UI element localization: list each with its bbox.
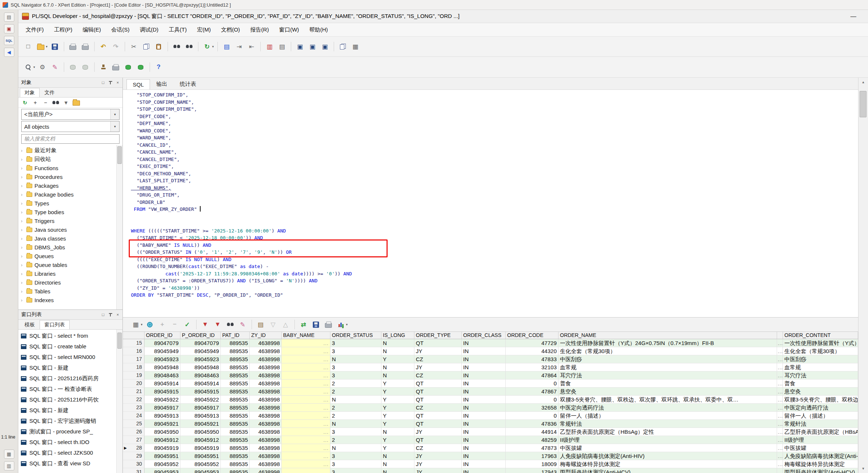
table-row[interactable]: 1789045923890459238895354638998…NYCZIN47… [123,355,858,363]
tree-item[interactable]: ›Libraries [18,269,122,278]
cell-ORDER_CLASS[interactable]: IN [462,380,506,387]
find-icon[interactable] [171,41,182,52]
cut-icon[interactable]: ✂ [128,41,139,52]
cell-PAT_ID[interactable]: 889535 [221,388,250,395]
cell-ORDER_CODE[interactable]: 0 [506,380,558,387]
tab-输出[interactable]: 输出 [150,78,173,89]
cell-ORDER_STATUS[interactable]: 3 [330,460,381,468]
cell-ZY_ID[interactable]: 4638998 [250,444,282,452]
row-number[interactable]: 20 [123,380,144,387]
cell-ORDER_CLASS[interactable]: IN [462,355,506,363]
cell-P_ORDER_ID[interactable]: 89045950 [180,428,221,436]
cell-ORDER_STATUS[interactable]: N [330,420,381,428]
cell-ORDER_ID[interactable]: 89045913 [144,412,180,419]
cell-IS_LONG[interactable]: Y [381,355,414,363]
cell-ORDER_ID[interactable]: 89045922 [144,396,180,403]
tree-item[interactable]: ›最近对象 [18,146,122,155]
outdent-icon[interactable]: ⇤ [246,41,257,52]
cell-ORDER_CODE[interactable]: 44914 [506,428,558,436]
cell-ellipsis[interactable]: … [777,468,783,473]
post-edit-icon[interactable]: ✓ [182,319,193,330]
cell-ORDER_ID[interactable]: 89045915 [144,388,180,395]
cell-ellipsis[interactable]: … [777,420,783,428]
cell-IS_LONG[interactable]: Y [381,380,414,387]
preferences-icon[interactable]: ⚙ [37,62,48,73]
cell-ellipsis[interactable]: … [777,436,783,444]
cell-ORDER_ID[interactable]: 89047079 [144,339,180,347]
tab-文件[interactable]: 文件 [40,88,59,97]
print-icon[interactable] [323,319,334,330]
cell-ORDER_CONTENT[interactable]: 乙型肝炎表面抗原测定（HBsAg）定性 [783,428,858,436]
cell-PAT_ID[interactable]: 889535 [221,404,250,411]
cell-ORDER_NAME[interactable]: 中医刮痧 [558,355,777,363]
export-icon[interactable]: ▤ [255,319,266,330]
cell-ORDER_CONTENT[interactable]: 中医刮痧 [783,355,858,363]
table-row[interactable]: 1889045948890459488895354638998…3NJYIN32… [123,363,858,371]
list-item[interactable]: SQL 窗口 - select * from [18,331,122,341]
sql-editor[interactable]: "STOP_CONFIRM_ID", "STOP_CONFIRM_NAME", … [123,90,858,317]
cell-ellipsis[interactable]: … [777,339,783,347]
cell-BABY_NAME[interactable]: … [282,388,330,395]
cell-ORDER_CODE[interactable]: 0 [506,396,558,403]
scroll-up-icon[interactable]: ▲ [858,78,868,87]
list-item[interactable]: SQL 窗口 - 新建 [18,405,122,416]
table-row[interactable]: 2989045951890459518895354638998…3NJYIN17… [123,452,858,460]
layout-icon[interactable]: ▦ [350,41,361,52]
cell-ORDER_TYPE[interactable]: JY [414,363,462,371]
tree-item[interactable]: ›Type bodies [18,208,122,216]
row-number[interactable]: 21 [123,388,144,395]
messages-panel-icon[interactable]: ▥ [4,461,14,470]
undo-icon[interactable]: ↶ [98,41,109,52]
cell-ellipsis[interactable]: … [777,380,783,387]
tree-item[interactable]: ›Functions [18,164,122,172]
cell-ORDER_CLASS[interactable]: IN [462,460,506,468]
remove-row-icon[interactable]: − [169,319,180,330]
cell-IS_LONG[interactable]: N [381,363,414,371]
cell-PAT_ID[interactable]: 889535 [221,428,250,436]
menu-item-3[interactable]: 会话(S) [106,24,135,36]
row-number[interactable]: 24 [123,412,144,419]
cell-P_ORDER_ID[interactable]: 89045951 [180,452,221,460]
cell-ORDER_CODE[interactable]: 17963 [506,452,558,460]
list-item[interactable]: SQL 窗口 - 20251216中药饮 [18,395,122,405]
cell-ORDER_TYPE[interactable]: JY [414,460,462,468]
help-icon[interactable]: ? [153,62,164,73]
tree-item[interactable]: ›Java sources [18,225,122,234]
cell-ORDER_CODE[interactable]: 18009 [506,460,558,468]
cell-ORDER_TYPE[interactable]: CZ [414,404,462,411]
print-preview-icon[interactable] [80,41,91,52]
cell-IS_LONG[interactable]: Y [381,396,414,403]
cell-ellipsis[interactable]: … [777,460,783,468]
cell-BABY_NAME[interactable]: … [282,363,330,371]
cell-ORDER_ID[interactable]: 89045948 [144,363,180,371]
column-header-ORDER_ID[interactable]: ORDER_ID [144,332,180,339]
cell-ZY_ID[interactable]: 4638998 [250,436,282,444]
cell-BABY_NAME[interactable]: … [282,460,330,468]
cell-ORDER_CLASS[interactable]: IN [462,468,506,473]
tree-item[interactable]: ›Packages [18,181,122,190]
cell-ORDER_ID[interactable]: 89045919 [144,444,180,452]
cell-P_ORDER_ID[interactable]: 89045921 [180,420,221,428]
cell-ORDER_CLASS[interactable]: IN [462,428,506,436]
doc-icon[interactable]: ▤ [276,41,287,52]
list-item[interactable]: 测试窗口 - procedure SP_ [18,426,122,437]
cell-ORDER_CLASS[interactable]: IN [462,347,506,355]
cell-ORDER_ID[interactable]: 89045912 [144,436,180,444]
cell-ORDER_STATUS[interactable]: N [330,444,381,452]
close-icon[interactable]: × [114,80,121,85]
save-icon[interactable] [50,41,61,52]
row-number[interactable]: 28▶ [123,444,144,452]
cell-P_ORDER_ID[interactable]: 89048463 [180,371,221,379]
cell-ORDER_STATUS[interactable]: 3 [330,371,381,379]
cell-ORDER_CLASS[interactable]: IN [462,396,506,403]
cell-BABY_NAME[interactable]: … [282,452,330,460]
refresh-icon[interactable]: ↻ [21,98,29,107]
cell-ORDER_CLASS[interactable]: IN [462,436,506,444]
table-row[interactable]: 2089045914890459148895354638998…2YQTIN0普… [123,380,858,388]
new-sql-window-icon[interactable]: ▣ [294,41,305,52]
tree-item[interactable]: ›回收站 [18,155,122,164]
session-inactive-icon[interactable] [67,62,78,73]
cell-ellipsis[interactable]: … [777,452,783,460]
cell-ORDER_CLASS[interactable]: IN [462,339,506,347]
cell-ORDER_ID[interactable]: 89045923 [144,355,180,363]
